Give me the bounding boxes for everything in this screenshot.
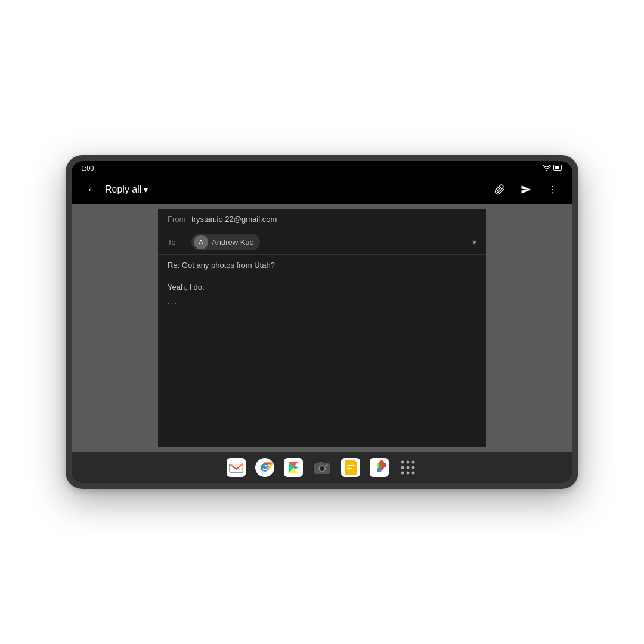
quoted-text-ellipsis: ··· — [168, 298, 476, 307]
to-field[interactable]: To A Andrew Kuo ▾ — [158, 230, 486, 255]
body-text: Yeah, I do. — [168, 281, 476, 293]
app-bar-title: Reply all — [105, 184, 141, 195]
status-bar: 1:00 — [72, 161, 572, 175]
svg-point-21 — [401, 461, 404, 464]
svg-point-25 — [407, 466, 410, 469]
svg-point-14 — [320, 467, 324, 470]
svg-point-16 — [326, 465, 328, 466]
main-content: From trystan.io.22@gmail.com To A Andrew… — [72, 204, 572, 452]
more-button[interactable] — [541, 179, 563, 200]
svg-point-27 — [401, 472, 404, 475]
taskbar-camera[interactable] — [311, 457, 333, 478]
expand-recipients-icon[interactable]: ▾ — [472, 237, 476, 247]
subject-field[interactable]: Re: Got any photos from Utah? — [158, 255, 486, 275]
status-icons — [543, 165, 563, 172]
svg-rect-15 — [319, 462, 323, 464]
svg-point-29 — [412, 472, 415, 475]
taskbar-chrome[interactable] — [254, 457, 275, 478]
battery-icon — [553, 165, 563, 172]
svg-rect-19 — [347, 468, 352, 469]
taskbar-app-drawer[interactable] — [397, 457, 419, 478]
app-bar-actions — [489, 179, 563, 200]
app-bar: ← Reply all ▾ — [72, 175, 572, 204]
svg-point-22 — [407, 461, 410, 464]
taskbar — [72, 452, 572, 483]
subject-text: Re: Got any photos from Utah? — [168, 261, 275, 270]
attach-button[interactable] — [489, 179, 510, 200]
from-label: From — [168, 215, 191, 224]
svg-rect-1 — [555, 166, 559, 169]
body-area[interactable]: Yeah, I do. ··· — [158, 275, 486, 447]
svg-point-24 — [401, 466, 404, 469]
tablet-screen: 1:00 — [72, 161, 572, 483]
back-button[interactable]: ← — [81, 179, 103, 200]
svg-point-23 — [412, 461, 415, 464]
recipient-chip[interactable]: A Andrew Kuo — [191, 234, 260, 250]
dropdown-arrow-icon[interactable]: ▾ — [144, 185, 148, 194]
svg-rect-18 — [347, 465, 354, 466]
recipient-name: Andrew Kuo — [212, 238, 254, 247]
svg-point-26 — [412, 466, 415, 469]
taskbar-photos[interactable] — [369, 457, 390, 478]
to-label: To — [168, 238, 191, 247]
recipient-avatar: A — [194, 235, 208, 249]
wifi-icon — [543, 165, 551, 172]
svg-point-9 — [263, 466, 267, 469]
tablet-device: 1:00 — [66, 155, 578, 489]
sidebar-right — [486, 204, 572, 452]
compose-area[interactable]: From trystan.io.22@gmail.com To A Andrew… — [158, 209, 486, 447]
taskbar-playstore[interactable] — [283, 457, 304, 478]
svg-point-4 — [552, 192, 553, 193]
from-value: trystan.io.22@gmail.com — [191, 215, 476, 224]
svg-point-28 — [407, 472, 410, 475]
svg-point-3 — [552, 189, 553, 190]
svg-point-2 — [552, 186, 553, 187]
sidebar-left — [72, 204, 158, 452]
taskbar-gmail[interactable] — [225, 457, 247, 478]
send-button[interactable] — [515, 179, 537, 200]
status-time: 1:00 — [81, 165, 94, 172]
taskbar-keep[interactable] — [340, 457, 361, 478]
back-arrow-icon: ← — [86, 184, 97, 196]
from-field: From trystan.io.22@gmail.com — [158, 209, 486, 230]
